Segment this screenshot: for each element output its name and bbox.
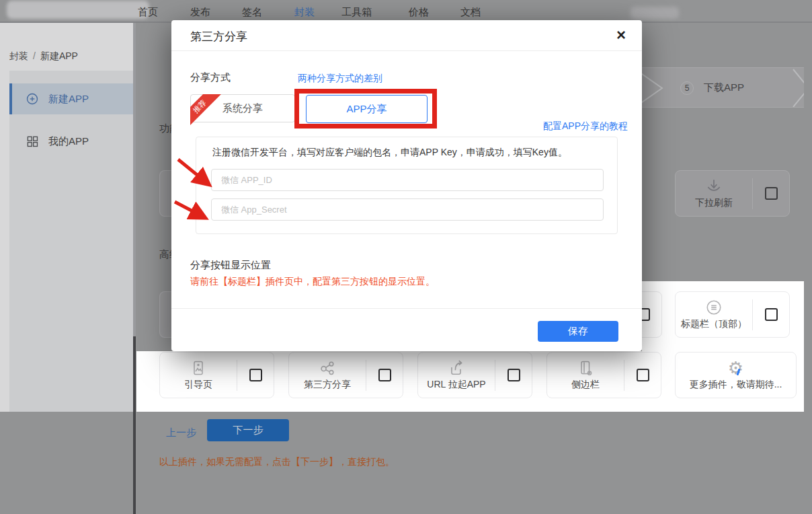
section-label-advanced: 高级插件	[159, 248, 171, 261]
breadcrumb: 封装/新建APP	[9, 50, 78, 63]
left-column: 封装/新建APP 新建APP 我的APP	[0, 23, 134, 412]
plugin-card-label: 标题栏（顶部）	[681, 318, 747, 330]
nav-item-sign[interactable]: 签名	[242, 6, 262, 19]
nav-item-publish[interactable]: 发布	[190, 6, 210, 19]
sidebar-item-label: 新建APP	[48, 93, 89, 106]
circle-plus-icon	[26, 92, 39, 106]
plugin-card-label: 下拉刷新	[695, 197, 733, 209]
plugin-card-label: 侧边栏	[571, 379, 600, 391]
tab-system-share[interactable]: 推荐 系统分享	[190, 94, 295, 122]
sidebar: 新建APP 我的APP	[9, 71, 134, 412]
nav-item-docs[interactable]: 文档	[460, 6, 481, 19]
footer-note: 以上插件，如果无需配置，点击【下一步】，直接打包。	[159, 456, 395, 468]
share-icon	[319, 359, 336, 377]
site-logo-blurred	[7, 1, 149, 19]
user-info-blurred	[631, 7, 679, 19]
save-button[interactable]: 保存	[538, 321, 618, 342]
nav-item-toolbox[interactable]: 工具箱	[341, 6, 372, 19]
step-number-badge: 5	[680, 81, 694, 95]
plugin-card-sidebar[interactable]: 侧边栏	[546, 352, 661, 398]
plugin-card-label: URL 拉起APP	[427, 379, 485, 391]
share-button-position-label: 分享按钮显示位置	[190, 259, 271, 272]
pull-refresh-icon	[705, 178, 723, 195]
plugin-checkbox[interactable]	[378, 369, 391, 381]
wechat-appid-input[interactable]	[211, 169, 604, 191]
third-party-share-modal: 第三方分享 × 分享方式 两种分享方式的差别 推荐 系统分享 APP分享 配置A…	[171, 20, 642, 351]
plugin-checkbox[interactable]	[642, 308, 650, 321]
step-label: 下载APP	[704, 81, 744, 94]
nav-item-home[interactable]: 首页	[138, 6, 158, 19]
step-progress-bar: 5 下载APP	[642, 67, 812, 108]
next-step-button[interactable]: 下一步	[207, 419, 289, 441]
previous-step-button[interactable]: 上一步	[166, 427, 196, 439]
plugin-checkbox[interactable]	[765, 308, 778, 321]
panel-divider-line	[133, 23, 136, 336]
sidebar-item-my-apps[interactable]: 我的APP	[9, 126, 134, 157]
tab-label: APP分享	[346, 103, 387, 116]
top-nav: 首页 发布 签名 封装 工具箱 价格 文档	[0, 0, 812, 23]
share-method-diff-link[interactable]: 两种分享方式的差别	[298, 73, 382, 85]
share-method-label: 分享方式	[190, 71, 231, 84]
grid-icon	[26, 135, 39, 148]
modal-title: 第三方分享	[190, 29, 247, 44]
plugin-card-pull-refresh[interactable]: 下拉刷新	[675, 170, 790, 217]
wechat-appsecret-input[interactable]	[211, 198, 604, 221]
tab-label: 系统分享	[222, 102, 263, 115]
breadcrumb-package[interactable]: 封装	[9, 50, 28, 61]
plugin-checkbox[interactable]	[249, 369, 262, 381]
spotlight-card-band: 引导页 第三方分享 URL 拉起APP	[136, 351, 804, 412]
share-button-position-note: 请前往【标题栏】插件页中，配置第三方按钮的显示位置。	[190, 276, 435, 288]
plugin-card-titlebar[interactable]: 标题栏（顶部）	[675, 291, 790, 338]
section-label-functional: 功能插件	[159, 122, 171, 135]
dim-overlay-left-strip: 功能插件 高级插件	[134, 23, 171, 351]
panel-divider-line	[133, 336, 136, 514]
modal-footer-divider	[171, 308, 642, 309]
app-packaging-page: 首页 发布 签名 封装 工具箱 价格 文档 封装/新建APP 新建APP 我的A	[0, 0, 812, 514]
wechat-instruction-text: 注册微信开发平台，填写对应客户端的包名，申请APP Key，申请成功，填写Key…	[212, 147, 567, 159]
dim-overlay-right-edge	[804, 23, 812, 514]
modal-header-divider	[171, 50, 642, 51]
plugin-card-partial	[159, 291, 171, 338]
plugin-card-guide-page[interactable]: 引导页	[159, 352, 274, 398]
plugin-card-url-launch[interactable]: URL 拉起APP	[417, 352, 532, 398]
wechat-config-panel: 注册微信开发平台，填写对应客户端的包名，申请APP Key，申请成功，填写Key…	[196, 137, 618, 234]
plugin-card-partial	[159, 170, 171, 217]
plugin-card-label: 第三方分享	[304, 379, 351, 391]
sidebar-item-new-app[interactable]: 新建APP	[9, 83, 134, 114]
nav-item-package[interactable]: 封装	[294, 6, 315, 19]
breadcrumb-separator: /	[28, 50, 40, 61]
plugin-card-label: 更多插件，敬请期待...	[690, 379, 782, 391]
guide-page-icon	[190, 359, 206, 377]
plugin-checkbox[interactable]	[508, 369, 520, 381]
nav-item-price[interactable]: 价格	[409, 6, 429, 19]
recommended-ribbon: 推荐	[190, 94, 221, 125]
breadcrumb-new-app: 新建APP	[40, 50, 78, 61]
plugin-checkbox[interactable]	[765, 187, 778, 200]
dim-overlay-right: 5 下载APP 下拉刷新	[642, 23, 812, 281]
gear-icon: ⚙	[728, 359, 743, 377]
close-icon[interactable]: ×	[616, 27, 626, 43]
url-launch-icon	[448, 359, 465, 377]
app-share-tutorial-link[interactable]: 配置APP分享的教程	[543, 120, 628, 133]
titlebar-icon	[705, 299, 723, 316]
plugin-card-label: 引导页	[184, 379, 212, 391]
tab-app-share[interactable]: APP分享	[306, 95, 428, 123]
sidebar-item-label: 我的APP	[48, 135, 89, 148]
plugin-card-third-party-share[interactable]: 第三方分享	[288, 352, 403, 398]
dim-overlay-bottom: 上一步 下一步 以上插件，如果无需配置，点击【下一步】，直接打包。	[0, 412, 812, 514]
plugin-card-more-coming: ⚙ 更多插件，敬请期待...	[675, 352, 797, 398]
sidebar-plugin-icon	[577, 359, 594, 377]
plugin-card-partial[interactable]	[642, 291, 662, 338]
plugin-checkbox[interactable]	[637, 369, 649, 381]
